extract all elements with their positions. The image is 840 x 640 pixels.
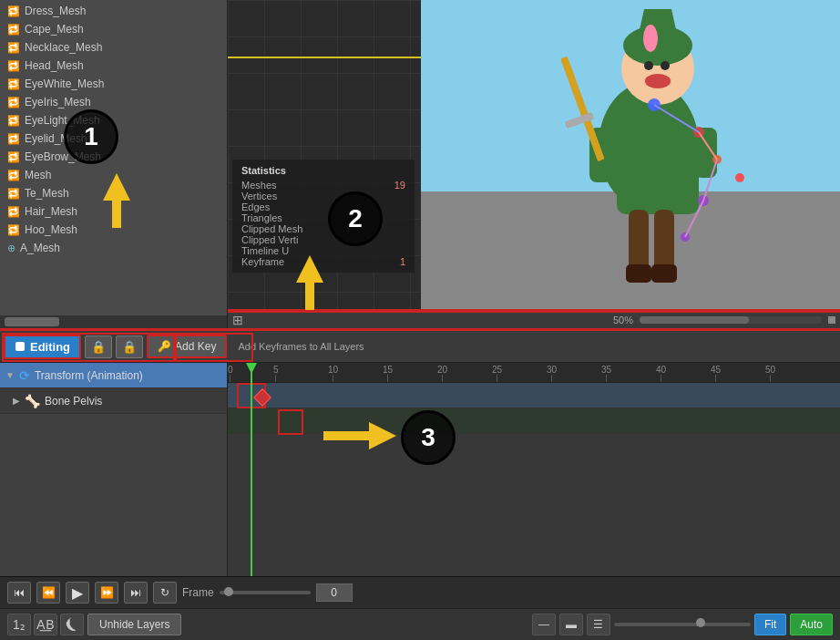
add-key-button[interactable]: 🔑 Add Key xyxy=(147,335,227,358)
anim-left: ▼ ⟳ Transform (Animation) ▶ 🦴 Bone Pelvi… xyxy=(0,363,228,576)
list-item[interactable]: 🔁Necklace_Mesh xyxy=(0,38,227,57)
svg-point-6 xyxy=(644,61,653,70)
stat-clipped-vert: Clipped Verti xyxy=(241,234,405,245)
horizontal-scrollbar[interactable] xyxy=(0,315,227,328)
list-item[interactable]: 🔁Te_Mesh xyxy=(0,184,227,202)
mesh-list: 🔁Dress_Mesh 🔁Cape_Mesh 🔁Necklace_Mesh 🔁H… xyxy=(0,0,227,310)
track-name-transform: Transform (Animation) xyxy=(35,369,143,382)
keyframe-hint: Add Keyframes to All Layers xyxy=(230,339,371,354)
ruler-mark-10: 10 xyxy=(328,365,338,382)
zoom-slider-thumb[interactable] xyxy=(696,618,705,627)
grid-icon: ⊞ xyxy=(232,313,243,327)
auto-button[interactable]: Auto xyxy=(790,614,833,635)
zoom-slider-area xyxy=(614,623,751,626)
mesh-icon: ⊕ xyxy=(7,243,15,254)
list-item[interactable]: 🔁Mesh xyxy=(0,166,227,184)
list-item[interactable]: 🔁Hair_Mesh xyxy=(0,202,227,221)
top-section: 🔁Dress_Mesh 🔁Cape_Mesh 🔁Necklace_Mesh 🔁H… xyxy=(0,0,840,328)
svg-rect-26 xyxy=(629,210,649,274)
timeline-ruler: 0 5 10 15 20 xyxy=(228,363,840,383)
svg-point-7 xyxy=(661,61,670,70)
list-item[interactable]: 🔁Head_Mesh xyxy=(0,57,227,75)
svg-rect-27 xyxy=(654,210,674,274)
mesh-icon: 🔁 xyxy=(7,188,20,200)
list-item[interactable]: ⊕A_Mesh xyxy=(0,239,227,257)
statistics-panel: Statistics Meshes 19 Vertices Edges Tria… xyxy=(232,160,415,273)
ruler-mark-15: 15 xyxy=(383,365,393,382)
list-item[interactable]: 🔁EyeBrow_Mesh xyxy=(0,148,227,166)
list-item[interactable]: 🔁EyeWhite_Mesh xyxy=(0,75,227,93)
ruler-mark-20: 20 xyxy=(437,365,447,382)
left-panel: 🔁Dress_Mesh 🔁Cape_Mesh 🔁Necklace_Mesh 🔁H… xyxy=(0,0,228,328)
frame-slider[interactable] xyxy=(220,591,311,594)
viewport-bottom-bar: ⊞ 50% xyxy=(228,312,840,328)
lock-button-2[interactable]: 🔒 xyxy=(116,335,143,358)
ruler-mark-35: 35 xyxy=(601,365,611,382)
play-button[interactable]: ▶ xyxy=(66,582,89,604)
scrollbar-thumb[interactable] xyxy=(5,317,59,326)
collapse-arrow-bone[interactable]: ▶ xyxy=(13,396,20,406)
ruler-marks: 0 5 10 15 20 xyxy=(228,363,840,382)
editing-button[interactable]: Editing xyxy=(4,335,81,359)
svg-point-21 xyxy=(735,173,744,182)
ruler-mark-5: 5 xyxy=(273,365,279,382)
ruler-mark-25: 25 xyxy=(492,365,502,382)
skip-start-button[interactable]: ⏮ xyxy=(7,582,31,604)
timeline-track-1 xyxy=(228,383,840,408)
timeline: 0 5 10 15 20 xyxy=(228,363,840,576)
bar2-button[interactable]: ☰ xyxy=(587,614,610,635)
bottom-icon-bar: 1₂ A͟B ⏾ Unhide Layers — ▬ ☰ Fit Auto xyxy=(0,608,840,640)
timeline-track-2 xyxy=(228,408,840,434)
minus-button[interactable]: — xyxy=(532,614,556,635)
mesh-icon: 🔁 xyxy=(7,60,20,72)
mesh-icon: 🔁 xyxy=(7,97,20,108)
zoom-slider[interactable] xyxy=(614,623,751,626)
list-item[interactable]: 🔁EyeIris_Mesh xyxy=(0,93,227,111)
lock-button-1[interactable]: 🔒 xyxy=(85,335,112,358)
stat-triangles: Triangles xyxy=(241,212,405,223)
icon-btn-1[interactable]: 1₂ xyxy=(7,614,31,635)
icon-btn-3[interactable]: ⏾ xyxy=(60,614,84,635)
mesh-icon: 🔁 xyxy=(7,42,20,54)
viewport-red-border xyxy=(228,309,840,313)
mesh-icon: 🔁 xyxy=(7,133,20,145)
main-container: 🔁Dress_Mesh 🔁Cape_Mesh 🔁Necklace_Mesh 🔁H… xyxy=(0,0,840,640)
list-item[interactable]: 🔁Cape_Mesh xyxy=(0,20,227,38)
collapse-arrow[interactable]: ▼ xyxy=(5,370,15,380)
zoom-label: 50% xyxy=(613,315,633,325)
transform-icon: ⟳ xyxy=(19,368,30,383)
next-frame-button[interactable]: ⏩ xyxy=(95,582,118,604)
skip-end-button[interactable]: ⏭ xyxy=(124,582,148,604)
statistics-title: Statistics xyxy=(241,165,405,176)
list-item[interactable]: 🔁EyeLight_Mesh xyxy=(0,111,227,129)
list-item[interactable]: 🔁Dress_Mesh xyxy=(0,2,227,20)
ruler-mark-40: 40 xyxy=(656,365,666,382)
anim-container: ▼ ⟳ Transform (Animation) ▶ 🦴 Bone Pelvi… xyxy=(0,363,840,576)
svg-rect-29 xyxy=(651,264,677,283)
key-icon: 🔑 xyxy=(158,340,171,353)
character-area xyxy=(421,0,840,310)
loop-button[interactable]: ↻ xyxy=(153,582,177,604)
bottom-controls: ⏮ ⏪ ▶ ⏩ ⏭ ↻ Frame xyxy=(0,576,840,608)
list-item[interactable]: 🔁Hoo_Mesh xyxy=(0,221,227,239)
stat-clipped-mesh: Clipped Mesh xyxy=(241,223,405,234)
mesh-icon: 🔁 xyxy=(7,5,20,17)
viewport: Statistics Meshes 19 Vertices Edges Tria… xyxy=(228,0,840,328)
playhead[interactable] xyxy=(251,363,252,576)
prev-frame-button[interactable]: ⏪ xyxy=(36,582,60,604)
frame-label: Frame xyxy=(182,586,214,599)
fit-button[interactable]: Fit xyxy=(754,614,786,635)
bottom-section: Editing 🔒 🔒 🔑 Add Key Add Keyframes to A… xyxy=(0,328,840,640)
bar1-button[interactable]: ▬ xyxy=(559,614,583,635)
track-transform: ▼ ⟳ Transform (Animation) xyxy=(0,363,227,388)
mesh-icon: 🔁 xyxy=(7,206,20,218)
frame-slider-thumb xyxy=(224,587,233,596)
ruler-mark-0: 0 xyxy=(228,365,233,382)
list-item[interactable]: 🔁Eyelid_Mesh xyxy=(0,129,227,148)
frame-section: Frame xyxy=(182,583,353,602)
timeline-content xyxy=(228,383,840,576)
icon-btn-2[interactable]: A͟B xyxy=(34,614,57,635)
frame-input[interactable] xyxy=(316,583,353,602)
unhide-layers-button[interactable]: Unhide Layers xyxy=(87,614,181,635)
ruler-mark-50: 50 xyxy=(765,365,775,382)
